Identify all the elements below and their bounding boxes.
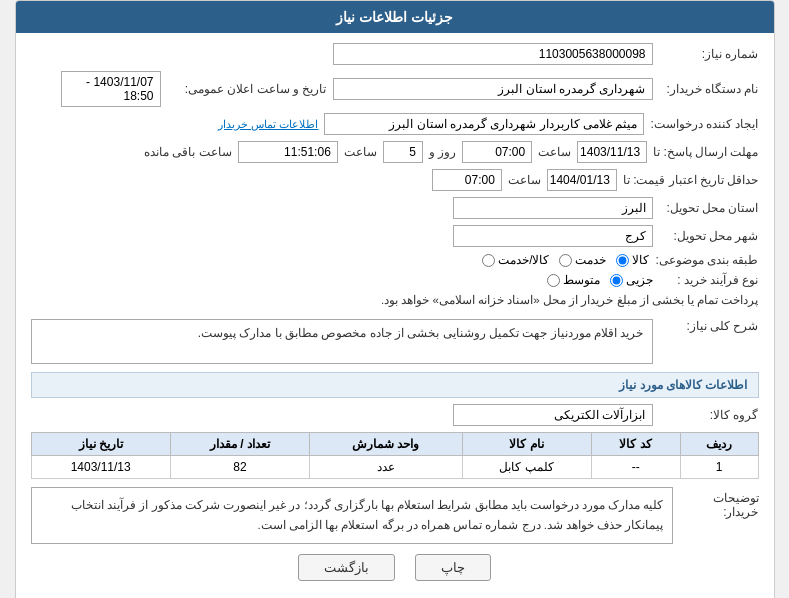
- shahr-row: شهر محل تحویل: کرج: [31, 225, 759, 247]
- mohlat-label: مهلت ارسال پاسخ: تا: [653, 145, 758, 159]
- table-cell: 1: [680, 456, 758, 479]
- saat2-label: ساعت: [344, 145, 377, 159]
- tabaghebandi-row: طبقه بندی موضوعی: کالا/خدمت خدمت کالا: [31, 253, 759, 267]
- ostan-value: البرز: [453, 197, 653, 219]
- sharh-row: شرح کلی نیاز: خرید اقلام موردنیاز جهت تک…: [31, 319, 759, 364]
- saat-label: ساعت: [538, 145, 571, 159]
- col-namkala: نام کالا: [462, 433, 591, 456]
- kala-info-title: اطلاعات کالاهای مورد نیاز: [31, 372, 759, 398]
- sharh-value: خرید اقلام موردنیاز جهت تکمیل روشنایی بخ…: [31, 319, 653, 364]
- roz-label: روز و: [429, 145, 456, 159]
- namdastgah-value: شهرداری گرمدره استان البرز: [333, 78, 653, 100]
- table-cell: عدد: [310, 456, 462, 479]
- col-tedad: تعداد / مقدار: [170, 433, 309, 456]
- buyer-notes-row: توضیحات خریدار: کلیه مدارک مورد درخواست …: [31, 487, 759, 544]
- radio-kala-label: کالا: [632, 253, 649, 267]
- table-cell: 82: [170, 456, 309, 479]
- tabaghebandi-radios: کالا/خدمت خدمت کالا: [482, 253, 649, 267]
- radio-jozi[interactable]: [610, 274, 623, 287]
- hadakasar-date: 1404/01/13: [547, 169, 617, 191]
- hadakasar-saat-label: ساعت: [508, 173, 541, 187]
- radio-kalaKhedmat-label: کالا/خدمت: [498, 253, 549, 267]
- ostan-row: استان محل تحویل: البرز: [31, 197, 759, 219]
- mohlat-date: 1403/11/13: [577, 141, 647, 163]
- radio-motevaset-label: متوسط: [563, 273, 600, 287]
- payment-note-row: پرداخت تمام یا بخشی از مبلغ خریدار از مح…: [31, 293, 759, 313]
- mohlat-time: 07:00: [462, 141, 532, 163]
- ijad-value: میثم غلامی کاربردار شهرداری گرمدره استان…: [324, 113, 644, 135]
- col-radif: ردیف: [680, 433, 758, 456]
- hadakasar-row: حداقل تاریخ اعتبار قیمت: تا 1404/01/13 س…: [31, 169, 759, 191]
- radio-jozi-item: جزیی: [610, 273, 653, 287]
- radio-khedmat[interactable]: [559, 254, 572, 267]
- payment-note: پرداخت تمام یا بخشی از مبلغ خریدار از مح…: [381, 293, 759, 307]
- page-header: جزئیات اطلاعات نیاز: [16, 1, 774, 33]
- table-cell: 1403/11/13: [31, 456, 170, 479]
- ettelaat-link[interactable]: اطلاعات تماس خریدار: [218, 118, 318, 131]
- radio-kalaKhedmat[interactable]: [482, 254, 495, 267]
- shomare-niaz-value: 1103005638000098: [333, 43, 653, 65]
- content-area: شماره نیاز: 1103005638000098 نام دستگاه …: [16, 33, 774, 598]
- noe-farayand-radios: متوسط جزیی: [547, 273, 653, 287]
- hadakasar-time: 07:00: [432, 169, 502, 191]
- buyer-notes-label: توضیحات خریدار:: [679, 487, 759, 519]
- radio-kalaKhedmat-item: کالا/خدمت: [482, 253, 549, 267]
- tarikh-label: تاریخ و ساعت اعلان عمومی:: [167, 82, 327, 96]
- buttons-row: چاپ بازگشت: [31, 554, 759, 591]
- shahr-value: کرج: [453, 225, 653, 247]
- ijad-label: ایجاد کننده درخواست:: [650, 117, 758, 131]
- groupekala-value: ابزارآلات الکتریکی: [453, 404, 653, 426]
- roz-value: 5: [383, 141, 423, 163]
- tabaghebandi-label: طبقه بندی موضوعی:: [655, 253, 758, 267]
- main-container: جزئیات اطلاعات نیاز شماره نیاز: 11030056…: [15, 0, 775, 598]
- sharh-label: شرح کلی نیاز:: [659, 319, 759, 333]
- mohlat-row: مهلت ارسال پاسخ: تا 1403/11/13 ساعت 07:0…: [31, 141, 759, 163]
- shomare-niaz-row: شماره نیاز: 1103005638000098: [31, 43, 759, 65]
- ostan-label: استان محل تحویل:: [659, 201, 759, 215]
- kala-table: ردیف کد کالا نام کالا واحد شمارش تعداد /…: [31, 432, 759, 479]
- tarikh-value: 1403/11/07 - 18:50: [61, 71, 161, 107]
- ijad-row: ایجاد کننده درخواست: میثم غلامی کاربردار…: [31, 113, 759, 135]
- noe-farayand-row: نوع فرآیند خرید : متوسط جزیی: [31, 273, 759, 287]
- saat-value: 11:51:06: [238, 141, 338, 163]
- buyer-notes-value: کلیه مدارک مورد درخواست باید مطابق شرایط…: [31, 487, 673, 544]
- radio-kala[interactable]: [616, 254, 629, 267]
- back-button[interactable]: بازگشت: [298, 554, 395, 581]
- header-title: جزئیات اطلاعات نیاز: [336, 9, 453, 25]
- radio-khedmat-item: خدمت: [559, 253, 606, 267]
- radio-jozi-label: جزیی: [626, 273, 653, 287]
- namdastgah-label: نام دستگاه خریدار:: [659, 82, 759, 96]
- baghi-label: ساعت باقی مانده: [144, 145, 232, 159]
- table-cell: --: [591, 456, 680, 479]
- radio-motevaset-item: متوسط: [547, 273, 600, 287]
- col-vahed: واحد شمارش: [310, 433, 462, 456]
- radio-khedmat-label: خدمت: [575, 253, 606, 267]
- noe-farayand-label: نوع فرآیند خرید :: [659, 273, 759, 287]
- table-row: 1--کلمپ کابلعدد821403/11/13: [31, 456, 758, 479]
- col-tarikh: تاریخ نیاز: [31, 433, 170, 456]
- groupekala-label: گروه کالا:: [659, 408, 759, 422]
- radio-kala-item: کالا: [616, 253, 649, 267]
- shahr-label: شهر محل تحویل:: [659, 229, 759, 243]
- groupekala-row: گروه کالا: ابزارآلات الکتریکی: [31, 404, 759, 426]
- hadakasar-label: حداقل تاریخ اعتبار قیمت: تا: [623, 173, 759, 187]
- shomare-niaz-label: شماره نیاز:: [659, 47, 759, 61]
- tarikh-namdastgah-row: نام دستگاه خریدار: شهرداری گرمدره استان …: [31, 71, 759, 107]
- print-button[interactable]: چاپ: [415, 554, 491, 581]
- col-kodkala: کد کالا: [591, 433, 680, 456]
- radio-motevaset[interactable]: [547, 274, 560, 287]
- table-cell: کلمپ کابل: [462, 456, 591, 479]
